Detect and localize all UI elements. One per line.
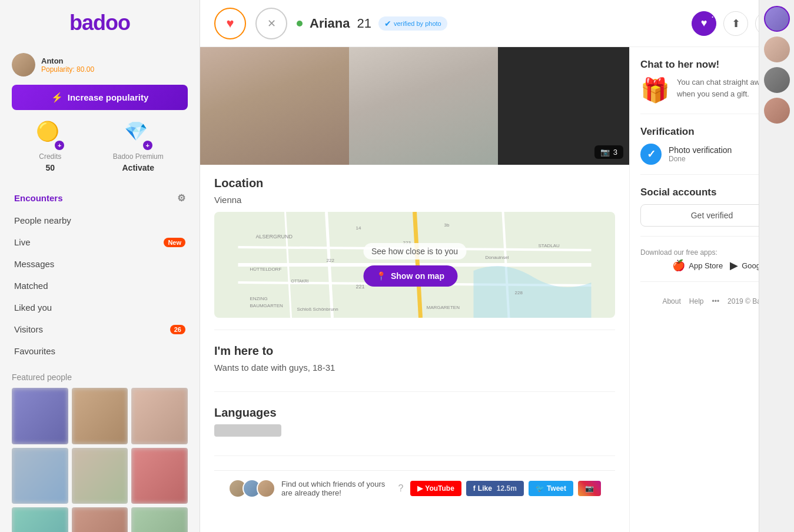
languages-value: German xyxy=(214,424,615,437)
featured-thumb-3[interactable] xyxy=(131,388,188,444)
photo-count: 3 xyxy=(613,148,617,157)
sidebar-item-encounters[interactable]: Encounters ⚙ xyxy=(0,187,200,210)
favourites-label: Favourites xyxy=(14,346,55,356)
featured-thumb-2[interactable] xyxy=(72,388,128,444)
featured-thumb-9[interactable] xyxy=(131,507,188,532)
credits-row: 🟡 + Credits 50 💎 + Badoo Premium Activat… xyxy=(0,118,200,182)
rsa-avatar-1[interactable] xyxy=(764,6,790,32)
premium-item[interactable]: 💎 + Badoo Premium Activate xyxy=(113,122,164,172)
facebook-count: 12.5m xyxy=(497,484,517,493)
youtube-button[interactable]: ▶ YouTube xyxy=(410,481,461,496)
svg-text:ENZING: ENZING xyxy=(250,296,268,301)
credits-item[interactable]: 🟡 + Credits 50 xyxy=(36,122,64,172)
share-icon: ⬆ xyxy=(732,17,740,30)
instagram-button[interactable]: 📷 xyxy=(578,481,601,496)
live-label: Live xyxy=(14,237,31,247)
here-to-title: I'm here to xyxy=(214,344,615,358)
settings-icon[interactable]: ⚙ xyxy=(177,192,185,204)
photo-1[interactable] xyxy=(200,47,349,165)
app-store-label: App Store xyxy=(689,261,723,270)
featured-title: Featured people xyxy=(12,373,188,382)
here-to-section: I'm here to Wants to date with guys, 18-… xyxy=(214,344,615,392)
verify-check-circle: ✓ xyxy=(640,144,662,165)
featured-thumb-8[interactable] xyxy=(72,507,128,532)
x-icon: ✕ xyxy=(267,17,276,30)
sidebar: badoo Anton Popularity: 80.00 ⚡ Increase… xyxy=(0,0,200,532)
photo-count-badge: 📷 3 xyxy=(594,145,623,159)
matched-label: Matched xyxy=(14,281,48,291)
profile-info: Ariana 21 ✔ verified by photo xyxy=(297,16,682,31)
credits-label: Credits xyxy=(39,152,61,161)
profile-name: Ariana xyxy=(310,16,350,31)
svg-text:HÜTTELDORF: HÜTTELDORF xyxy=(250,267,282,272)
featured-thumb-7[interactable] xyxy=(12,507,68,532)
app-store-button[interactable]: 🍎 App Store xyxy=(672,259,723,272)
sidebar-item-visitors[interactable]: Visitors 26 xyxy=(0,318,200,340)
featured-thumb-5[interactable] xyxy=(72,448,128,504)
featured-thumb-6[interactable] xyxy=(131,448,188,504)
svg-text:STADLAU: STADLAU xyxy=(539,243,560,248)
svg-text:Donauinsel: Donauinsel xyxy=(486,255,509,260)
help-link[interactable]: Help xyxy=(689,297,704,305)
show-on-map-label: Show on map xyxy=(391,271,444,281)
map-overlay: See how close is to you 📍 Show on map xyxy=(363,243,466,287)
user-name: Anton xyxy=(41,56,94,65)
sidebar-item-matched[interactable]: Matched xyxy=(0,275,200,297)
show-on-map-button[interactable]: 📍 Show on map xyxy=(363,265,457,287)
increase-popularity-label: Increase popularity xyxy=(68,92,149,102)
credits-icon-wrap: 🟡 + xyxy=(36,122,64,150)
location-title: Location xyxy=(214,177,615,190)
superlike-button[interactable]: ♥ xyxy=(692,11,716,36)
friend-avatar-3 xyxy=(257,479,275,498)
languages-title: Languages xyxy=(214,406,615,420)
superlike-icon: ♥ xyxy=(701,17,707,29)
friends-text: Find out which friends of yours are alre… xyxy=(281,480,392,497)
credits-plus-icon: + xyxy=(55,141,64,150)
main-content: ♥ ✕ Ariana 21 ✔ verified by photo ♥ ⬆ 👤 xyxy=(200,0,794,532)
verified-check-icon: ✔ xyxy=(384,19,391,28)
visitors-badge: 26 xyxy=(170,325,185,334)
here-to-value: Wants to date with guys, 18-31 xyxy=(214,363,615,373)
camera-icon: 📷 xyxy=(600,148,610,157)
verified-badge: ✔ verified by photo xyxy=(378,16,447,31)
encounters-label: Encounters xyxy=(14,193,63,203)
photo-3-dark: 📷 3 xyxy=(498,47,629,165)
social-buttons: ▶ YouTube f Like 12.5m 🐦 Tweet xyxy=(410,481,601,496)
rsa-avatar-2[interactable] xyxy=(764,36,790,62)
twitter-button[interactable]: 🐦 Tweet xyxy=(529,481,573,496)
logo: badoo xyxy=(0,0,200,41)
rsa-avatar-3[interactable] xyxy=(764,67,790,93)
more-link[interactable]: ••• xyxy=(712,297,719,305)
rsa-avatar-4[interactable] xyxy=(764,98,790,124)
sidebar-item-people-nearby[interactable]: People nearby xyxy=(0,210,200,231)
sidebar-item-messages[interactable]: Messages xyxy=(0,253,200,275)
increase-popularity-button[interactable]: ⚡ Increase popularity xyxy=(12,85,188,110)
about-link[interactable]: About xyxy=(662,297,680,305)
like-button[interactable]: ♥ xyxy=(214,8,246,39)
verify-info: Photo verification Done xyxy=(669,145,732,163)
featured-thumb-1[interactable] xyxy=(12,388,68,444)
photo-strip: 📷 3 xyxy=(200,47,629,165)
featured-thumb-4[interactable] xyxy=(12,448,68,504)
sidebar-item-live[interactable]: Live New xyxy=(0,231,200,253)
share-button[interactable]: ⬆ xyxy=(723,11,748,36)
verify-label: Photo verification xyxy=(669,145,732,155)
get-verified-label: Get verified xyxy=(691,211,733,220)
svg-text:14: 14 xyxy=(356,225,361,231)
svg-text:ALSERGRUND: ALSERGRUND xyxy=(256,234,293,240)
svg-text:OTTAKRI: OTTAKRI xyxy=(291,279,309,283)
facebook-button[interactable]: f Like 12.5m xyxy=(466,481,524,496)
featured-section: Featured people xyxy=(0,367,200,532)
right-sidebar-avatars xyxy=(759,0,794,532)
languages-section: Languages German xyxy=(214,406,615,456)
dislike-button[interactable]: ✕ xyxy=(255,8,287,39)
friends-help-icon[interactable]: ? xyxy=(398,483,403,494)
photo-2[interactable] xyxy=(349,47,498,165)
verified-text: verified by photo xyxy=(394,20,441,27)
avatar xyxy=(12,53,35,77)
map-container: ALSERGRUND 14 3b STADLAU HÜTTELDORF OTTA… xyxy=(214,212,615,318)
svg-text:222: 222 xyxy=(327,258,335,263)
sidebar-item-favourites[interactable]: Favourites xyxy=(0,340,200,362)
sidebar-item-liked-you[interactable]: Liked you xyxy=(0,297,200,318)
online-indicator xyxy=(297,21,303,26)
